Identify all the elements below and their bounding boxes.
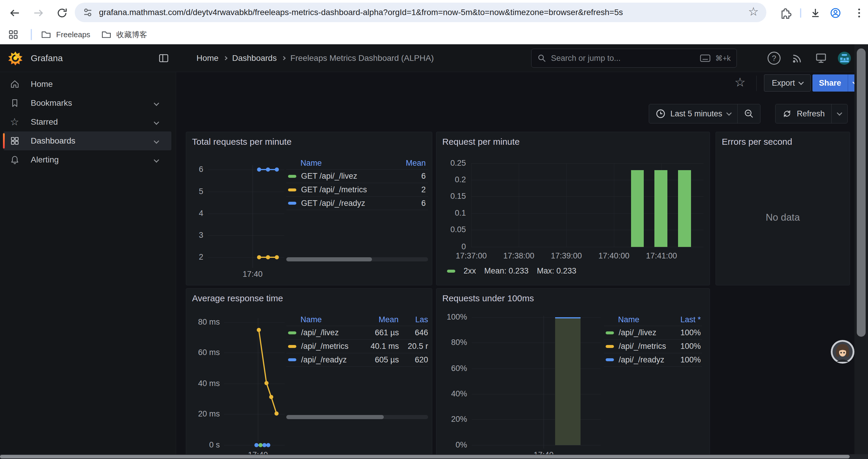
menu-icon[interactable] bbox=[852, 6, 866, 20]
series-mean: 6 bbox=[421, 199, 426, 208]
legend-scrollbar-thumb[interactable] bbox=[286, 415, 384, 419]
series-max: Max: 0.233 bbox=[537, 266, 577, 275]
apps-grid-icon[interactable] bbox=[8, 29, 19, 40]
legend[interactable]: 2xx Mean: 0.233 Max: 0.233 bbox=[447, 266, 577, 275]
download-icon[interactable] bbox=[809, 6, 822, 20]
refresh-button[interactable]: Refresh bbox=[776, 104, 831, 123]
legend-row[interactable]: GET /api/_/readyz 6 bbox=[286, 196, 428, 210]
breadcrumb-dashboards[interactable]: Dashboards bbox=[232, 54, 277, 63]
legend-row[interactable]: GET /api/_/livez 6 bbox=[286, 169, 428, 183]
legend-row[interactable]: /api/_/livez 100% bbox=[604, 326, 702, 339]
series-name: /api/_/readyz bbox=[301, 355, 367, 364]
url-text[interactable]: grafana.mathmast.com/d/deytv4rwavabkb/fr… bbox=[99, 8, 742, 17]
horizontal-scrollbar-thumb[interactable] bbox=[0, 455, 850, 458]
user-avatar[interactable] bbox=[838, 52, 851, 65]
sidebar: Home Bookmarks ☆ Starred Dashboards bbox=[0, 72, 176, 459]
chevron-down-icon[interactable] bbox=[154, 157, 159, 162]
series-swatch bbox=[606, 331, 614, 334]
series-swatch bbox=[447, 270, 455, 273]
refresh-interval-button[interactable] bbox=[832, 104, 847, 123]
legend-scrollbar-thumb[interactable] bbox=[286, 257, 372, 261]
sidebar-toggle-icon[interactable] bbox=[158, 53, 169, 64]
legend-header-mean[interactable]: Mean bbox=[366, 315, 399, 324]
horizontal-scrollbar-track[interactable] bbox=[0, 454, 868, 459]
folder-icon bbox=[40, 29, 52, 40]
series-swatch bbox=[606, 345, 614, 348]
panel-title[interactable]: Errors per second bbox=[722, 137, 792, 147]
sidebar-item-alerting[interactable]: Alerting bbox=[4, 150, 172, 169]
extensions-icon[interactable] bbox=[778, 6, 792, 20]
legend-header-last[interactable]: Last * bbox=[680, 315, 701, 324]
y-tick: 60% bbox=[436, 364, 467, 373]
legend-row[interactable]: GET /api/_/metrics 2 bbox=[286, 183, 428, 196]
chevron-down-icon bbox=[798, 79, 804, 85]
bookmark-folder-freeleaps[interactable]: Freeleaps bbox=[40, 28, 90, 41]
y-tick: 0.1 bbox=[436, 208, 466, 218]
gridline bbox=[471, 163, 471, 247]
legend-header-name[interactable]: Name bbox=[618, 315, 639, 324]
legend-header-name[interactable]: Name bbox=[301, 159, 322, 168]
zoom-out-button[interactable] bbox=[738, 104, 760, 123]
sidebar-item-bookmarks[interactable]: Bookmarks bbox=[4, 94, 172, 112]
legend-row[interactable]: /api/_/metrics 40.1 ms 20.5 r bbox=[286, 339, 428, 353]
bookmark-folder-blogs[interactable]: 收藏博客 bbox=[100, 28, 147, 41]
profile-icon[interactable] bbox=[829, 6, 842, 20]
legend-row[interactable]: /api/_/livez 661 µs 646 bbox=[286, 326, 428, 339]
gridline bbox=[471, 163, 704, 164]
series-name: GET /api/_/metrics bbox=[301, 185, 367, 194]
share-button[interactable]: Share bbox=[812, 74, 848, 92]
gridline bbox=[472, 394, 601, 394]
panel-title[interactable]: Request per minute bbox=[442, 137, 520, 147]
chevron-down-icon bbox=[726, 110, 732, 116]
bookmark-label: Freeleaps bbox=[56, 30, 90, 39]
floating-assistant-avatar[interactable] bbox=[831, 340, 855, 364]
favorite-star-icon[interactable]: ☆ bbox=[735, 75, 746, 90]
y-tick: 0.15 bbox=[436, 192, 466, 201]
x-tick: 17:39:00 bbox=[543, 251, 590, 261]
vertical-scrollbar-thumb[interactable] bbox=[857, 48, 866, 337]
toolbar-divider bbox=[800, 8, 801, 18]
search-icon bbox=[537, 54, 546, 63]
legend-row[interactable]: /api/_/readyz 605 µs 620 bbox=[286, 353, 428, 366]
tune-icon[interactable] bbox=[82, 6, 94, 18]
time-range-picker[interactable]: Last 5 minutes bbox=[649, 104, 737, 123]
bookmarks-bar: Freeleaps 收藏博客 bbox=[0, 25, 868, 44]
export-label: Export bbox=[772, 78, 795, 88]
bookmark-star-icon[interactable]: ☆ bbox=[748, 5, 759, 18]
news-rss-icon[interactable] bbox=[791, 52, 804, 65]
brand-name: Grafana bbox=[31, 44, 63, 72]
gridline bbox=[614, 163, 614, 247]
folder-icon bbox=[100, 29, 112, 40]
grafana-logo[interactable] bbox=[8, 51, 23, 65]
back-icon[interactable] bbox=[8, 6, 21, 20]
vertical-scrollbar-track[interactable] bbox=[855, 44, 868, 459]
sidebar-item-home[interactable]: Home bbox=[4, 75, 172, 94]
y-tick: 0 bbox=[436, 242, 466, 251]
legend-header-name[interactable]: Name bbox=[301, 315, 366, 324]
help-icon[interactable]: ? bbox=[768, 52, 780, 65]
gridline bbox=[472, 419, 601, 420]
chevron-down-icon bbox=[837, 110, 842, 116]
series-name: GET /api/_/livez bbox=[301, 172, 357, 181]
legend-header-mean[interactable]: Mean bbox=[406, 159, 426, 168]
sidebar-item-label: Bookmarks bbox=[31, 98, 72, 108]
legend-row[interactable]: /api/_/readyz 100% bbox=[604, 353, 702, 366]
legend-header-last[interactable]: Las bbox=[399, 315, 428, 324]
y-tick: 80% bbox=[436, 338, 467, 347]
panel-title[interactable]: Requests under 100ms bbox=[442, 293, 534, 303]
export-button[interactable]: Export bbox=[764, 74, 811, 92]
dashboards-grid-icon bbox=[10, 136, 20, 145]
breadcrumb-home[interactable]: Home bbox=[196, 54, 219, 63]
reload-icon[interactable] bbox=[56, 6, 68, 20]
kiosk-monitor-icon[interactable] bbox=[814, 52, 828, 65]
x-tick: 17:40:00 bbox=[590, 251, 638, 261]
legend-scrollbar bbox=[286, 257, 428, 261]
legend-row[interactable]: /api/_/metrics 100% bbox=[604, 339, 702, 353]
chevron-down-icon[interactable] bbox=[154, 119, 159, 125]
sidebar-item-dashboards[interactable]: Dashboards bbox=[4, 131, 172, 150]
chevron-down-icon[interactable] bbox=[154, 138, 159, 143]
sidebar-item-starred[interactable]: ☆ Starred bbox=[4, 112, 172, 131]
chevron-down-icon[interactable] bbox=[154, 100, 159, 106]
search-box[interactable]: Search or jump to... ⌘+k bbox=[531, 49, 737, 68]
url-bar[interactable]: grafana.mathmast.com/d/deytv4rwavabkb/fr… bbox=[75, 3, 766, 22]
